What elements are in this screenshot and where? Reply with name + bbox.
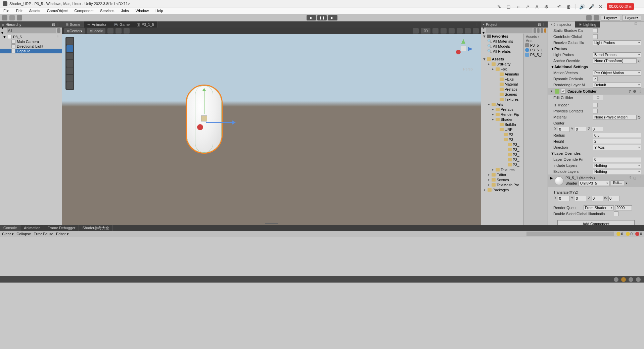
physic-material-field[interactable]: None (Physic Materi [593,115,637,120]
persp-label[interactable]: Persp [463,67,473,71]
account-icon[interactable] [2,15,7,20]
menu-help[interactable]: Help [152,9,167,13]
status-icon-3[interactable] [629,277,633,282]
status-icon-2[interactable] [621,277,626,282]
y-axis-handle[interactable] [204,91,204,114]
menu-file[interactable]: File [0,9,13,13]
exclude-layers-dropdown[interactable]: Nothing [593,169,641,174]
capsule-object[interactable] [186,85,223,154]
lock-icon[interactable]: ⊡ ⋮ [632,21,644,28]
pivot-dropdown[interactable]: ⊕ Center ▾ [64,28,85,34]
preset-icon[interactable]: ⊡ [633,176,636,180]
project-tree-item[interactable]: ▸Fox [481,66,523,71]
console-search[interactable] [526,232,614,236]
provides-contacts-checkbox[interactable] [593,109,598,113]
translate-x-input[interactable] [558,196,569,201]
volume-icon[interactable]: 🔊 [579,4,585,10]
arrow-icon[interactable]: ↗ [524,4,531,10]
center-x-input[interactable] [558,127,569,132]
project-tree-item[interactable]: URP [481,127,523,132]
pause-button[interactable]: ❚❚ [317,15,327,20]
collapse-button[interactable]: Collapse [16,232,31,236]
trash-icon[interactable]: 🗑 [566,4,572,10]
tab-menu-icon[interactable]: ⋮ [475,22,481,27]
edit-collider-button[interactable]: ⊡ [593,95,603,100]
hierarchy-item-light[interactable]: Directional Light [0,44,62,49]
center-z-input[interactable] [592,127,603,132]
menu-edit[interactable]: Edit [13,9,26,13]
anchor-override-field[interactable]: None (Transform) [593,58,637,63]
project-tree-item[interactable]: FBXs [481,77,523,82]
center-handle[interactable] [201,115,207,121]
clear-button[interactable]: Clear ▾ [2,232,14,236]
asset-item[interactable]: P3_5 [524,43,547,48]
hand-tool[interactable] [66,38,73,45]
draw-mode-icon[interactable] [413,28,419,34]
translate-y-input[interactable] [575,196,586,201]
add-component-button[interactable]: Add Component [557,220,635,225]
viewport-resize-handle[interactable] [265,223,278,224]
status-icon-1[interactable] [614,277,618,282]
hierarchy-filter-icon[interactable] [57,28,60,33]
project-tree-item[interactable]: ▸Render Pip [481,112,523,117]
console-menu-icon[interactable]: ⋮ [638,226,644,230]
project-tree-item[interactable]: P3_ [481,152,523,157]
project-tree-item[interactable]: P3_ [481,147,523,152]
square-icon[interactable]: ◻ [506,4,512,10]
project-tree-item[interactable]: ▸TextMesh Pro [481,182,523,187]
dsgi-checkbox[interactable] [614,211,618,216]
undo-icon[interactable]: ↶ [556,4,562,10]
play-button[interactable]: ▶ [307,15,316,20]
x-axis-handle[interactable] [206,122,233,123]
layer-priority-input[interactable]: 0 [593,157,641,162]
settings-icon[interactable] [17,15,22,20]
pencil-icon[interactable]: ✎ [496,4,502,10]
object-picker-icon[interactable]: ⊙ [637,59,641,63]
render-queue-value[interactable]: 2000 [615,205,632,210]
project-tree-item[interactable]: BuildIn [481,122,523,127]
project-tree-item[interactable]: ▸Textures [481,167,523,172]
contribute-gi-checkbox[interactable] [593,34,598,39]
2d-toggle[interactable]: 2D [421,28,430,34]
increment-icon[interactable] [124,28,130,34]
translate-z-input[interactable] [592,196,603,201]
receive-gi-dropdown[interactable]: Light Probes [593,40,641,45]
error-pause-button[interactable]: Error Pause [34,232,53,236]
orientation-gizmo[interactable] [454,39,473,58]
tab-animation[interactable]: Animation [20,225,44,231]
menu-icon[interactable]: ⋮ [638,89,642,94]
blur-icon[interactable]: ❇ [543,4,549,10]
camera-icon[interactable] [465,28,471,34]
space-dropdown[interactable]: ⊕ Local ▾ [87,28,105,34]
tab-frame-debugger[interactable]: Frame Debugger [44,225,79,231]
fx-icon[interactable] [449,28,455,34]
hierarchy-item-camera[interactable]: Main Camera [0,39,62,44]
help-icon[interactable]: ? [629,89,631,94]
shader-dropdown[interactable]: Unlit/P3_5 [579,181,609,186]
light-probes-dropdown[interactable]: Blend Probes [593,52,641,57]
project-tree-item[interactable]: P3 [481,137,523,142]
snap-icon[interactable] [116,28,122,34]
favorite-icon[interactable] [537,28,540,33]
z-axis-handle[interactable] [197,124,203,130]
tab-console[interactable]: Console [0,225,20,231]
custom-tool[interactable] [66,82,73,89]
menu-window[interactable]: Window [132,9,152,13]
project-search[interactable] [486,28,533,33]
include-layers-dropdown[interactable]: Nothing [593,163,641,168]
project-tree-item[interactable]: ▸Editor [481,172,523,177]
project-tree-item[interactable]: ▸3rdParty [481,61,523,66]
translate-w-input[interactable] [608,196,620,201]
tab-shader[interactable]: ◫P3_1_5 [133,21,158,28]
menu-assets[interactable]: Assets [26,9,44,13]
project-tree-item[interactable]: ▸Arts [481,102,523,107]
menu-services[interactable]: Services [97,9,118,13]
preset-icon[interactable]: ⚙ [633,89,636,94]
transform-tool[interactable] [66,75,73,82]
project-tree-item[interactable]: ▸Packages [481,187,523,192]
shader-menu-icon[interactable]: ▾ [626,182,627,185]
project-tree-item[interactable]: ▸Shader [481,117,523,122]
direction-dropdown[interactable]: Y-Axis [593,145,641,150]
collider-enabled-checkbox[interactable] [561,89,566,94]
editor-dropdown[interactable]: Editor ▾ [56,232,69,236]
